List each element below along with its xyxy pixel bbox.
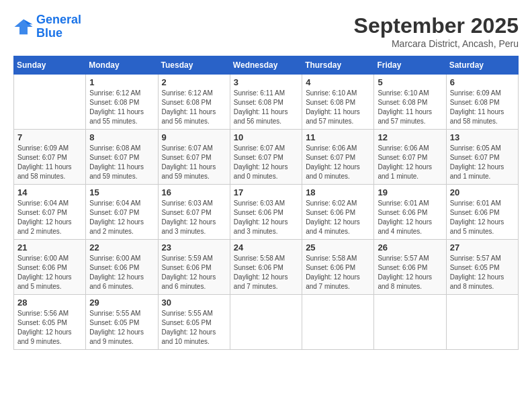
calendar-cell <box>302 295 374 350</box>
calendar-body: 1Sunrise: 6:12 AM Sunset: 6:08 PM Daylig… <box>14 75 519 350</box>
day-info: Sunrise: 6:07 AM Sunset: 6:07 PM Dayligh… <box>234 144 298 181</box>
day-number: 12 <box>378 132 442 142</box>
day-info: Sunrise: 6:01 AM Sunset: 6:06 PM Dayligh… <box>450 199 515 236</box>
day-number: 2 <box>162 77 226 87</box>
calendar-cell: 28Sunrise: 5:56 AM Sunset: 6:05 PM Dayli… <box>14 295 86 350</box>
title-block: September 2025 Marcara District, Ancash,… <box>354 13 519 49</box>
day-info: Sunrise: 6:00 AM Sunset: 6:06 PM Dayligh… <box>89 254 154 291</box>
calendar-cell: 15Sunrise: 6:04 AM Sunset: 6:07 PM Dayli… <box>86 185 158 240</box>
day-info: Sunrise: 5:55 AM Sunset: 6:05 PM Dayligh… <box>89 309 154 347</box>
calendar-cell: 5Sunrise: 6:10 AM Sunset: 6:08 PM Daylig… <box>374 75 446 130</box>
calendar-cell: 24Sunrise: 5:58 AM Sunset: 6:06 PM Dayli… <box>230 240 302 295</box>
calendar-cell <box>230 295 302 350</box>
day-info: Sunrise: 6:04 AM Sunset: 6:07 PM Dayligh… <box>89 199 154 236</box>
week-row-4: 21Sunrise: 6:00 AM Sunset: 6:06 PM Dayli… <box>14 240 519 295</box>
day-number: 21 <box>17 242 82 253</box>
header-day-sunday: Sunday <box>14 56 86 75</box>
day-info: Sunrise: 5:57 AM Sunset: 6:05 PM Dayligh… <box>450 254 515 291</box>
calendar-cell: 27Sunrise: 5:57 AM Sunset: 6:05 PM Dayli… <box>446 240 518 295</box>
day-number: 15 <box>89 187 154 197</box>
month-title: September 2025 <box>354 13 519 38</box>
calendar-cell: 21Sunrise: 6:00 AM Sunset: 6:06 PM Dayli… <box>14 240 86 295</box>
day-number: 28 <box>17 298 82 308</box>
day-info: Sunrise: 5:58 AM Sunset: 6:06 PM Dayligh… <box>234 254 298 291</box>
calendar-cell: 30Sunrise: 5:55 AM Sunset: 6:05 PM Dayli… <box>158 295 230 350</box>
day-info: Sunrise: 6:03 AM Sunset: 6:06 PM Dayligh… <box>234 199 298 236</box>
calendar-cell: 7Sunrise: 6:09 AM Sunset: 6:07 PM Daylig… <box>14 130 86 185</box>
week-row-2: 7Sunrise: 6:09 AM Sunset: 6:07 PM Daylig… <box>14 130 519 185</box>
calendar-cell: 23Sunrise: 5:59 AM Sunset: 6:06 PM Dayli… <box>158 240 230 295</box>
calendar-cell: 4Sunrise: 6:10 AM Sunset: 6:08 PM Daylig… <box>302 75 374 130</box>
day-number: 14 <box>17 187 82 197</box>
day-number: 17 <box>234 187 298 197</box>
day-info: Sunrise: 5:55 AM Sunset: 6:05 PM Dayligh… <box>162 309 226 347</box>
header-row: SundayMondayTuesdayWednesdayThursdayFrid… <box>14 56 519 75</box>
day-number: 26 <box>378 242 442 253</box>
day-info: Sunrise: 6:12 AM Sunset: 6:08 PM Dayligh… <box>162 89 226 126</box>
day-info: Sunrise: 5:57 AM Sunset: 6:06 PM Dayligh… <box>378 254 442 291</box>
day-info: Sunrise: 6:09 AM Sunset: 6:07 PM Dayligh… <box>17 144 82 181</box>
day-number: 18 <box>306 187 370 197</box>
calendar-cell: 6Sunrise: 6:09 AM Sunset: 6:08 PM Daylig… <box>446 75 518 130</box>
day-info: Sunrise: 6:09 AM Sunset: 6:08 PM Dayligh… <box>450 89 515 126</box>
day-info: Sunrise: 6:06 AM Sunset: 6:07 PM Dayligh… <box>306 144 370 181</box>
calendar-cell <box>446 295 518 350</box>
header-day-monday: Monday <box>86 56 158 75</box>
calendar-cell: 17Sunrise: 6:03 AM Sunset: 6:06 PM Dayli… <box>230 185 302 240</box>
calendar-cell: 3Sunrise: 6:11 AM Sunset: 6:08 PM Daylig… <box>230 75 302 130</box>
logo-line1: General <box>36 13 81 26</box>
calendar-cell: 22Sunrise: 6:00 AM Sunset: 6:06 PM Dayli… <box>86 240 158 295</box>
header-day-saturday: Saturday <box>446 56 518 75</box>
day-info: Sunrise: 6:03 AM Sunset: 6:07 PM Dayligh… <box>162 199 226 236</box>
day-number: 30 <box>162 298 226 308</box>
calendar-cell: 8Sunrise: 6:08 AM Sunset: 6:07 PM Daylig… <box>86 130 158 185</box>
logo-line2: Blue <box>36 26 62 40</box>
day-number: 7 <box>17 132 82 142</box>
calendar-cell: 16Sunrise: 6:03 AM Sunset: 6:07 PM Dayli… <box>158 185 230 240</box>
logo-text: General Blue <box>36 13 81 40</box>
calendar-cell: 1Sunrise: 6:12 AM Sunset: 6:08 PM Daylig… <box>86 75 158 130</box>
day-number: 19 <box>378 187 442 197</box>
page-header: General Blue September 2025 Marcara Dist… <box>13 13 519 49</box>
day-info: Sunrise: 6:01 AM Sunset: 6:06 PM Dayligh… <box>378 199 442 236</box>
day-info: Sunrise: 6:04 AM Sunset: 6:07 PM Dayligh… <box>17 199 82 236</box>
calendar-cell: 26Sunrise: 5:57 AM Sunset: 6:06 PM Dayli… <box>374 240 446 295</box>
logo-icon <box>13 17 34 37</box>
calendar-cell: 10Sunrise: 6:07 AM Sunset: 6:07 PM Dayli… <box>230 130 302 185</box>
calendar-cell: 18Sunrise: 6:02 AM Sunset: 6:06 PM Dayli… <box>302 185 374 240</box>
day-info: Sunrise: 5:56 AM Sunset: 6:05 PM Dayligh… <box>17 309 82 347</box>
day-info: Sunrise: 6:07 AM Sunset: 6:07 PM Dayligh… <box>162 144 226 181</box>
calendar-header: SundayMondayTuesdayWednesdayThursdayFrid… <box>14 56 519 75</box>
day-info: Sunrise: 6:02 AM Sunset: 6:06 PM Dayligh… <box>306 199 370 236</box>
logo: General Blue <box>13 13 81 40</box>
day-number: 13 <box>450 132 515 142</box>
header-day-wednesday: Wednesday <box>230 56 302 75</box>
day-info: Sunrise: 5:59 AM Sunset: 6:06 PM Dayligh… <box>162 254 226 291</box>
day-number: 3 <box>234 77 298 87</box>
calendar-cell: 29Sunrise: 5:55 AM Sunset: 6:05 PM Dayli… <box>86 295 158 350</box>
day-info: Sunrise: 6:12 AM Sunset: 6:08 PM Dayligh… <box>89 89 154 126</box>
calendar-cell: 14Sunrise: 6:04 AM Sunset: 6:07 PM Dayli… <box>14 185 86 240</box>
calendar-cell: 12Sunrise: 6:06 AM Sunset: 6:07 PM Dayli… <box>374 130 446 185</box>
calendar-cell <box>374 295 446 350</box>
header-day-thursday: Thursday <box>302 56 374 75</box>
day-number: 10 <box>234 132 298 142</box>
day-number: 27 <box>450 242 515 253</box>
calendar-cell: 20Sunrise: 6:01 AM Sunset: 6:06 PM Dayli… <box>446 185 518 240</box>
calendar-table: SundayMondayTuesdayWednesdayThursdayFrid… <box>13 56 519 350</box>
day-number: 16 <box>162 187 226 197</box>
day-info: Sunrise: 6:10 AM Sunset: 6:08 PM Dayligh… <box>378 89 442 126</box>
day-info: Sunrise: 5:58 AM Sunset: 6:06 PM Dayligh… <box>306 254 370 291</box>
calendar-cell: 13Sunrise: 6:05 AM Sunset: 6:07 PM Dayli… <box>446 130 518 185</box>
day-number: 6 <box>450 77 515 87</box>
day-number: 9 <box>162 132 226 142</box>
day-number: 25 <box>306 242 370 253</box>
day-number: 8 <box>89 132 154 142</box>
day-number: 20 <box>450 187 515 197</box>
day-info: Sunrise: 6:10 AM Sunset: 6:08 PM Dayligh… <box>306 89 370 126</box>
header-day-tuesday: Tuesday <box>158 56 230 75</box>
location-subtitle: Marcara District, Ancash, Peru <box>354 38 519 49</box>
day-number: 29 <box>89 298 154 308</box>
day-number: 1 <box>89 77 154 87</box>
calendar-cell <box>14 75 86 130</box>
